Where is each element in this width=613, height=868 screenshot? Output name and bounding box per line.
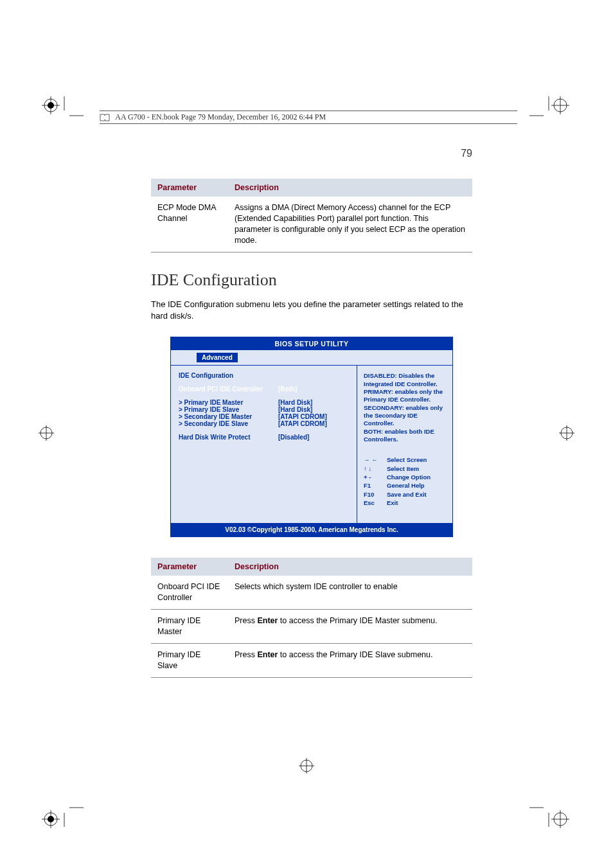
bios-help-text: PRIMARY: enables only the Primary IDE Co…: [364, 388, 447, 404]
text-fragment: Press: [235, 650, 257, 659]
text-bold: Enter: [257, 650, 278, 659]
section-intro: The IDE Configuration submenu lets you d…: [151, 299, 472, 323]
text-fragment: Press: [235, 616, 257, 625]
bios-help-pane: DISABLED: Disables the Integrated IDE Co…: [357, 366, 452, 523]
table-row: ECP Mode DMA Channel Assigns a DMA (Dire…: [151, 197, 472, 252]
bios-key-text: General Help: [387, 482, 425, 490]
table-header-param: Parameter: [151, 179, 228, 197]
table-header-desc: Description: [228, 179, 472, 197]
param-name: Primary IDE Slave: [151, 643, 228, 677]
bios-item-value: [ATAPI CDROM]: [278, 413, 350, 420]
crop-mark-icon: [39, 801, 84, 829]
page-number: 79: [151, 148, 472, 159]
bios-item-label: > Primary IDE Master: [179, 399, 278, 406]
page-content: 79 Parameter Description ECP Mode DMA Ch…: [151, 148, 472, 696]
param-name: Primary IDE Master: [151, 610, 228, 644]
bios-help-text: BOTH: enables both IDE Controllers.: [364, 428, 447, 444]
bios-section-heading: IDE Configuration: [179, 372, 350, 379]
crop-mark-icon: [529, 801, 574, 829]
bios-key-legend: → ←Select Screen ↑ ↓Select Item + -Chang…: [364, 456, 447, 507]
section-heading: IDE Configuration: [151, 270, 472, 290]
book-meta-bar: AA G700 - EN.book Page 79 Monday, Decemb…: [100, 111, 517, 124]
bios-item-value: [ATAPI CDROM]: [278, 420, 350, 427]
parameter-table-1: Parameter Description ECP Mode DMA Chann…: [151, 179, 472, 252]
bios-item-label: > Primary IDE Slave: [179, 406, 278, 413]
bios-footer: V02.03 ©Copyright 1985-2000, American Me…: [171, 523, 452, 536]
param-desc: Press Enter to access the Primary IDE Ma…: [228, 610, 472, 644]
bios-key: Esc: [364, 499, 387, 507]
param-desc: Press Enter to access the Primary IDE Sl…: [228, 643, 472, 677]
center-mark-icon: [299, 758, 314, 776]
table-header-param: Parameter: [151, 558, 228, 576]
bios-key-text: Save and Exit: [387, 491, 427, 499]
center-mark-icon: [559, 425, 574, 443]
bios-key-text: Select Screen: [387, 456, 427, 464]
param-desc: Selects which system IDE controller to e…: [228, 576, 472, 609]
text-fragment: to access the Primary IDE Master submenu…: [278, 616, 437, 625]
bios-item-value: [Hard Disk]: [278, 406, 350, 413]
parameter-table-2: Parameter Description Onboard PCI IDE Co…: [151, 558, 472, 677]
bios-key: F1: [364, 482, 387, 490]
table-header-desc: Description: [228, 558, 472, 576]
bios-key-text: Change Option: [387, 474, 431, 481]
text-fragment: to access the Primary IDE Slave submenu.: [278, 650, 432, 659]
param-desc: Assigns a DMA (Direct Memory Access) cha…: [228, 197, 472, 252]
book-meta-text: AA G700 - EN.book Page 79 Monday, Decemb…: [115, 112, 326, 121]
bios-key: → ←: [364, 456, 387, 464]
table-row: Onboard PCI IDE Controller Selects which…: [151, 576, 472, 609]
bios-title: BIOS SETUP UTILITY: [171, 337, 452, 350]
bios-key-text: Select Item: [387, 465, 419, 473]
table-row: Primary IDE Slave Press Enter to access …: [151, 643, 472, 677]
bios-key-text: Exit: [387, 499, 398, 507]
book-icon: [100, 114, 110, 121]
bios-item-label: > Secondary IDE Master: [179, 413, 278, 420]
text-bold: Enter: [257, 616, 278, 625]
crop-mark-icon: [39, 96, 84, 125]
bios-tab-advanced: Advanced: [197, 353, 238, 362]
bios-help-text: DISABLED: Disables the Integrated IDE Co…: [364, 372, 447, 388]
bios-item-value: [Hard Disk]: [278, 399, 350, 406]
param-name: ECP Mode DMA Channel: [151, 197, 228, 252]
param-name: Onboard PCI IDE Controller: [151, 576, 228, 609]
bios-item-value: [Disabled]: [278, 434, 350, 441]
center-mark-icon: [39, 425, 54, 443]
bios-item-label: > Secondary IDE Slave: [179, 420, 278, 427]
bios-tab-row: Advanced: [171, 350, 452, 365]
bios-left-pane: IDE Configuration Onboard PCI IDE Contro…: [171, 366, 357, 523]
bios-key: ↑ ↓: [364, 465, 387, 473]
bios-help-text: SECONDARY: enables only the Secondary ID…: [364, 404, 447, 428]
bios-highlighted-label: Onboard PCI IDE Controller: [179, 385, 278, 393]
bios-key: + -: [364, 474, 387, 481]
table-row: Primary IDE Master Press Enter to access…: [151, 610, 472, 644]
crop-mark-icon: [529, 96, 574, 125]
bios-screenshot: BIOS SETUP UTILITY Advanced IDE Configur…: [170, 337, 453, 537]
bios-item-label: Hard Disk Write Protect: [179, 434, 278, 441]
bios-key: F10: [364, 491, 387, 499]
bios-highlighted-value: [Both]: [278, 385, 350, 393]
